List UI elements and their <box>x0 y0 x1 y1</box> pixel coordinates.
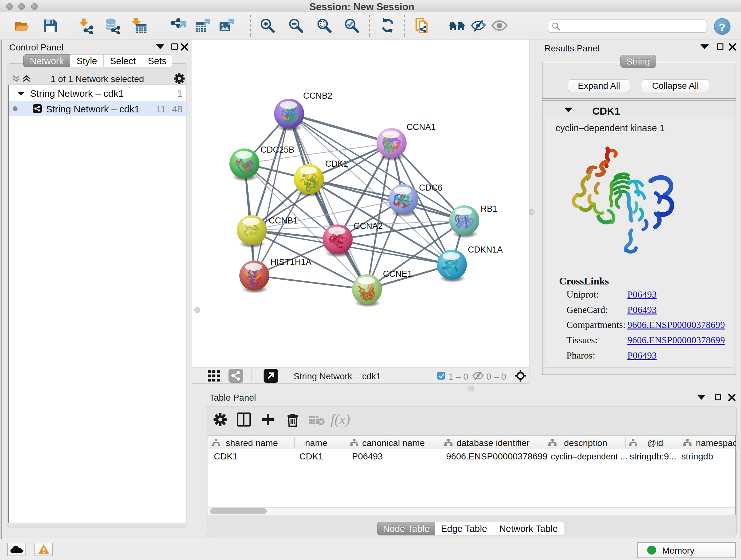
svg-text:HIST1H1A: HIST1H1A <box>270 257 312 267</box>
svg-text:RB1: RB1 <box>481 204 497 213</box>
svg-text:CDC6: CDC6 <box>419 183 443 192</box>
svg-text:CCNA1: CCNA1 <box>407 122 436 132</box>
svg-text:CDKN1A: CDKN1A <box>468 245 503 254</box>
svg-text:CCNB2: CCNB2 <box>303 91 333 101</box>
svg-text:CCNE1: CCNE1 <box>383 269 412 279</box>
svg-text:CCNA2: CCNA2 <box>354 221 383 231</box>
svg-text:CDC25B: CDC25B <box>260 145 294 154</box>
svg-text:CCNB1: CCNB1 <box>269 216 298 226</box>
svg-text:CDK1: CDK1 <box>325 159 348 169</box>
